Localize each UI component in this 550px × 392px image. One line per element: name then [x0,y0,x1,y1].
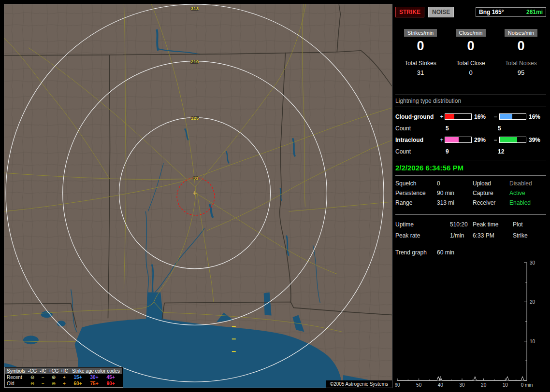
svg-text:0 min: 0 min [521,382,533,388]
neg-cg-symbol-old: ⊖ [27,381,38,386]
upload-status: Disabled [509,179,546,188]
total-noises-value: 95 [518,69,524,76]
legend-old-label: Old [5,381,27,386]
legend-symbols-header: Symbols [5,368,27,374]
age-15: 15+ [70,375,86,380]
minus-sign: − [492,113,499,120]
neg-cg-symbol: ⊖ [27,375,38,380]
svg-text:20: 20 [481,382,487,388]
intracloud-count-row: Count 9 12 [395,146,546,157]
persistence-value: 90 min [437,188,473,198]
intracloud-row: Intracloud + 29% − 39% [395,134,546,146]
ring-label-219: 219 [191,59,199,64]
pos-cg-symbol: ⊕ [48,375,59,380]
ring-label-313: 313 [191,6,199,11]
receiver-status: Enabled [509,198,546,208]
total-noises-label: Total Noises [505,60,536,67]
upload-label: Upload [473,179,509,188]
total-strikes-label: Total Strikes [405,60,436,67]
plus-sign: + [439,137,445,143]
svg-text:30: 30 [459,382,465,388]
neg-ic-symbol: − [38,375,48,380]
strikes-per-min-chip: Strikes/min [404,29,437,37]
divider [395,214,546,215]
svg-text:10: 10 [503,382,508,388]
map-canvas[interactable]: 313 219 125 31 [4,4,392,388]
uptime-label: Uptime [395,219,450,230]
trend-graph-header: Trend graph 60 min [395,249,546,256]
cg-positive-percent: 16% [472,113,492,120]
peak-time-label: Peak time [473,219,513,230]
trend-graph-label: Trend graph [395,249,437,256]
copyright-notice: ©2005 Astrogenic Systems [326,380,392,388]
count-label: Count [395,125,439,132]
age-45: 45+ [102,375,119,380]
squelch-label: Squelch [395,179,437,188]
pos-ic-symbol: + [59,375,70,380]
ic-positive-count: 9 [439,148,489,155]
legend-age-header: Strike age color codes [70,368,122,374]
count-label: Count [395,148,439,155]
legend-col-pos-cg: +CG [48,368,59,374]
svg-text:10: 10 [530,339,536,344]
settings-grid: Squelch 0 Upload Disabled Persistence 90… [395,179,546,208]
noises-per-min-value: 0 [517,38,524,57]
ring-label-31: 31 [193,175,199,181]
svg-text:40: 40 [438,382,444,388]
close-column: Close/min 0 Total Close 0 [446,29,496,76]
bearing-value: Bng 165° [479,9,504,15]
intracloud-label: Intracloud [395,137,439,143]
peak-time-value: 6:33 PM [473,230,513,241]
app-window: 313 219 125 31 Symbols -CG -IC +CG +IC S… [0,0,550,392]
legend-header-row: Symbols -CG -IC +CG +IC Strike age color… [5,368,122,374]
pos-ic-symbol-old: + [59,381,70,386]
status-panel: STRIKE NOISE Bng 165° 261mi Strikes/min … [395,4,547,388]
neg-ic-symbol-old: − [38,381,48,386]
cloud-ground-count-row: Count 5 5 [395,123,546,134]
lightning-map[interactable]: 313 219 125 31 Symbols -CG -IC +CG +IC S… [4,4,392,388]
distance-value: 261mi [526,9,543,15]
cg-negative-percent: 16% [526,113,546,120]
strikes-per-min-value: 0 [417,38,424,57]
ic-negative-percent: 39% [526,137,546,143]
range-label: Range [395,198,437,208]
plot-value: Strike [513,230,546,241]
legend-recent-row: Recent ⊖ − ⊕ + 15+ 30+ 45+ [5,374,122,380]
cg-negative-count: 5 [489,125,501,132]
uptime-value: 510:20 [450,219,473,230]
bearing-distance-box: Bng 165° 261mi [476,7,546,17]
indicator-row: STRIKE NOISE Bng 165° 261mi [395,7,546,17]
noise-indicator-lamp: NOISE [428,7,454,17]
legend-col-neg-cg: -CG [27,368,38,374]
svg-text:20: 20 [530,299,536,305]
lightning-distribution: Lightning type distribution Cloud-ground… [395,98,546,157]
distribution-title: Lightning type distribution [395,98,546,107]
peak-rate-label: Peak rate [395,230,450,241]
capture-status: Active [509,188,546,198]
peak-rate-value: 1/min [450,230,473,241]
squelch-value: 0 [437,179,473,188]
age-75: 75+ [86,381,102,386]
clock-section: 2/2/2026 6:34:56 PM [395,160,546,176]
capture-label: Capture [473,188,509,198]
cg-positive-bar [445,113,472,120]
plus-sign: + [439,113,445,120]
pos-cg-symbol-old: ⊕ [48,381,59,386]
total-strikes-value: 31 [417,69,424,76]
legend-recent-label: Recent [5,375,27,380]
session-grid: Uptime 510:20 Peak time Plot Peak rate 1… [395,219,546,241]
age-60: 60+ [70,381,86,386]
legend-col-pos-ic: +IC [59,368,70,374]
minus-sign: − [492,137,499,143]
cloud-ground-label: Cloud-ground [395,113,439,120]
divider [395,95,546,95]
cg-positive-count: 5 [439,125,489,132]
svg-text:60: 60 [395,382,400,388]
svg-text:30: 30 [530,260,536,266]
current-datetime: 2/2/2026 6:34:56 PM [395,164,463,172]
close-per-min-value: 0 [467,38,474,57]
cg-negative-bar [499,113,526,120]
receiver-label: Receiver [473,198,509,208]
legend-old-row: Old ⊖ − ⊕ + 60+ 75+ 90+ [5,380,122,387]
plot-label: Plot [513,219,546,230]
